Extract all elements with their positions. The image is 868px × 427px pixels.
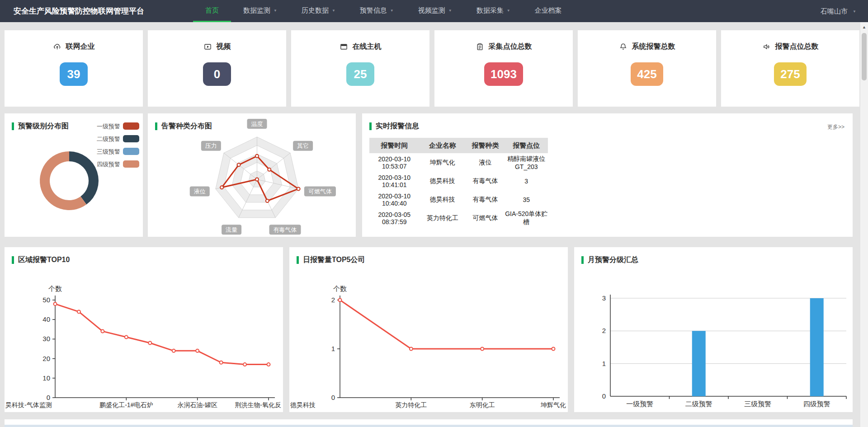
scrollbar-up-arrow[interactable]: ▲ <box>860 22 868 29</box>
legend-swatch <box>123 122 139 130</box>
daily-top5-line-chart: 个数012德昊科技英力特化工东明化工坤辉气化 <box>289 270 568 410</box>
data-point <box>255 155 259 158</box>
realtime-alarm-table: 报警时间企业名称报警种类报警点位 2020-03-10 10:53:07坤辉气化… <box>369 138 548 227</box>
nav-item-1[interactable]: 数据监测▼ <box>231 0 289 22</box>
legend-label: 三级预警 <box>97 148 120 155</box>
x-axis-label: 鹏盛化工-1#电石炉 <box>99 401 153 408</box>
data-point <box>77 310 80 313</box>
city-label: 石嘴山市 <box>821 7 848 15</box>
nav-item-0[interactable]: 首页 <box>193 0 231 22</box>
panel-realtime-alarms: 实时报警信息 更多>> 报警时间企业名称报警种类报警点位 2020-03-10 … <box>362 113 853 237</box>
svg-text:10: 10 <box>42 374 50 382</box>
x-axis-label: 四级预警 <box>803 400 830 408</box>
region-top10-line-chart: 个数01020304050昊科技-气体监测鹏盛化工-1#电石炉永润石油-罐区荆洪… <box>5 270 283 410</box>
nav-item-5[interactable]: 数据采集▼ <box>464 0 523 22</box>
stat-value-badge: 275 <box>774 62 806 86</box>
alarm-col-header: 报警种类 <box>466 138 505 153</box>
data-point <box>125 336 128 339</box>
stat-value-badge: 39 <box>60 62 88 86</box>
stat-card-enterprises: 联网企业 39 <box>5 30 143 107</box>
legend-label: 二级预警 <box>97 136 120 142</box>
nav-item-2[interactable]: 历史数据▼ <box>289 0 348 22</box>
svg-text:1: 1 <box>331 345 335 352</box>
top-navbar: 安全生产风险预警防控物联网管理平台 首页数据监测▼历史数据▼预警信息▼视频监测▼… <box>0 0 868 22</box>
table-cell: 2020-03-10 10:53:07 <box>369 153 419 172</box>
data-point <box>101 330 104 333</box>
table-cell: 精醇南罐液位GT_203 <box>505 153 548 172</box>
panel-monthly-summary: 月预警分级汇总 0123一级预警二级预警三级预警四级预警 <box>574 247 853 412</box>
stat-label: 视频 <box>217 42 231 52</box>
x-axis-label: 东明化工 <box>470 401 495 408</box>
speaker-icon <box>762 42 771 51</box>
video-icon <box>203 42 212 51</box>
data-point <box>297 187 300 190</box>
chevron-down-icon: ▼ <box>274 9 277 13</box>
stat-value-badge: 25 <box>346 62 374 86</box>
cloud-upload-icon <box>53 42 61 51</box>
data-point <box>148 342 151 345</box>
panel-title: 实时报警信息 <box>376 122 419 131</box>
table-row[interactable]: 2020-03-10 10:41:01德昊科技有毒气体3 <box>369 172 548 190</box>
table-row[interactable]: 2020-03-10 10:53:07坤辉气化液位精醇南罐液位GT_203 <box>369 153 548 172</box>
radar-axis-label: 压力 <box>205 142 217 149</box>
app-title: 安全生产风险预警防控物联网管理平台 <box>14 0 144 22</box>
nav-menu: 首页数据监测▼历史数据▼预警信息▼视频监测▼数据采集▼企业档案 <box>193 0 574 22</box>
alarm-col-header: 报警点位 <box>505 138 548 153</box>
data-point <box>339 299 342 302</box>
table-cell: 3 <box>505 172 548 190</box>
stat-label: 采集点位总数 <box>489 42 532 52</box>
panel-daily-top5: 日报警量TOP5公司 个数012德昊科技英力特化工东明化工坤辉气化 <box>289 247 568 412</box>
x-axis-label: 三级预警 <box>744 400 771 408</box>
table-cell: 2020-03-10 10:40:40 <box>369 190 419 209</box>
data-point <box>237 163 241 166</box>
monitor-icon <box>340 42 348 51</box>
alarm-col-header: 企业名称 <box>419 138 466 153</box>
bottom-row: 区域报警TOP10 个数01020304050昊科技-气体监测鹏盛化工-1#电石… <box>5 247 853 412</box>
stat-cards-row: 联网企业 39 视频 0 在线主机 25 <box>5 30 859 107</box>
clipboard-icon <box>476 42 484 51</box>
line-daily: 个数012德昊科技英力特化工东明化工坤辉气化 <box>289 270 568 410</box>
table-cell: 英力特化工 <box>419 209 466 227</box>
chevron-down-icon: ▼ <box>853 9 856 14</box>
legend-swatch <box>123 148 139 155</box>
table-cell: 德昊科技 <box>419 190 466 209</box>
table-cell: 有毒气体 <box>466 172 505 190</box>
table-cell: 2020-03-10 10:41:01 <box>369 172 419 190</box>
table-row[interactable]: 2020-03-05 08:37:59英力特化工可燃气体GIA-520单体贮槽 <box>369 209 548 227</box>
data-point <box>220 361 223 364</box>
stat-card-collect-points: 采集点位总数 1093 <box>434 30 573 107</box>
radar-axis-label: 可燃气体 <box>308 188 332 195</box>
table-cell: 坤辉气化 <box>419 153 466 172</box>
city-selector[interactable]: 石嘴山市 ▼ <box>821 0 856 22</box>
more-link[interactable]: 更多>> <box>827 123 844 131</box>
nav-item-3[interactable]: 预警信息▼ <box>348 0 406 22</box>
svg-text:0: 0 <box>47 394 50 401</box>
nav-item-6[interactable]: 企业档案 <box>523 0 574 22</box>
chevron-down-icon: ▼ <box>390 9 394 13</box>
title-marker <box>369 122 372 130</box>
stat-card-video: 视频 0 <box>148 30 286 107</box>
x-axis-label: 永润石油-罐区 <box>177 401 217 408</box>
svg-text:0: 0 <box>602 392 606 400</box>
radar-axis-label: 有毒气体 <box>274 226 297 233</box>
line-series <box>55 304 269 365</box>
radar-axis-label: 液位 <box>194 188 206 195</box>
title-marker <box>297 256 299 264</box>
partial-next-panel <box>5 419 853 427</box>
data-point <box>255 178 259 181</box>
bell-icon <box>619 42 627 51</box>
scrollbar-thumb[interactable] <box>862 33 867 80</box>
data-point <box>243 363 246 366</box>
table-row[interactable]: 2020-03-10 10:40:40德昊科技有毒气体35 <box>369 190 548 209</box>
bar-monthly: 0123一级预警二级预警三级预警四级预警 <box>574 270 853 410</box>
radar-alarm-type: 温度其它可燃气体有毒气体流量液位压力 <box>148 113 356 237</box>
donut-segment <box>69 151 99 205</box>
data-point <box>267 363 270 366</box>
vertical-scrollbar[interactable]: ▲ <box>860 22 868 427</box>
x-axis-label: 昊科技-气体监测 <box>5 401 52 408</box>
x-axis-label: 二级预警 <box>685 400 712 408</box>
x-axis-label: 坤辉气化 <box>540 401 566 408</box>
nav-item-4[interactable]: 视频监测▼ <box>406 0 464 22</box>
stat-card-system-alarms: 系统报警总数 425 <box>578 30 716 107</box>
svg-text:0: 0 <box>331 394 335 401</box>
